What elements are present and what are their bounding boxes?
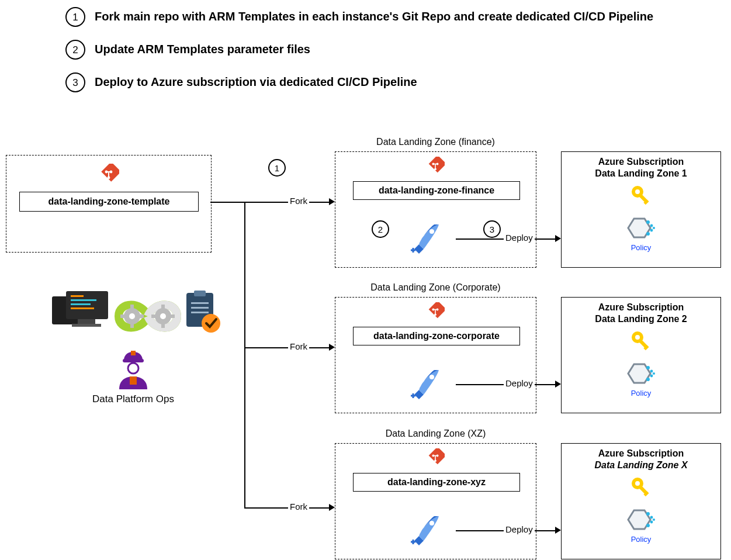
svg-rect-6	[71, 295, 84, 297]
deploy-label: Deploy	[504, 524, 535, 534]
git-icon	[426, 448, 445, 467]
fork-arrow	[244, 507, 329, 509]
key-icon	[629, 475, 653, 499]
svg-point-56	[635, 335, 640, 340]
git-icon	[426, 157, 445, 175]
ops-label: Data Platform Ops	[89, 393, 177, 405]
source-repo-box: data-landing-zone-template	[6, 155, 212, 253]
svg-point-61	[650, 370, 653, 373]
subscription-box-x: Azure Subscription Data Landing Zone X P…	[561, 443, 721, 559]
arrow-head-icon	[329, 504, 335, 511]
zone-title: Data Landing Zone (XZ)	[335, 428, 536, 439]
subscription-box-2: Azure Subscription Data Landing Zone 2 P…	[561, 297, 721, 413]
diagram-canvas: 1 Fork main repo with ARM Templates in e…	[0, 0, 731, 560]
svg-rect-21	[161, 323, 165, 328]
svg-point-63	[646, 378, 650, 381]
svg-rect-23	[151, 314, 156, 318]
svg-point-71	[635, 481, 640, 486]
svg-point-46	[650, 224, 653, 227]
svg-rect-13	[130, 305, 134, 309]
svg-rect-31	[123, 359, 144, 362]
svg-rect-14	[130, 323, 134, 328]
fork-arrow	[244, 347, 329, 348]
zone-box-corporate: Data Landing Zone (Corporate) data-landi…	[335, 297, 536, 413]
subscription-box-1: Azure Subscription Data Landing Zone 1 P…	[561, 151, 721, 268]
callout-deploy: 3	[483, 220, 501, 238]
arrow-head-icon	[329, 344, 335, 351]
svg-point-47	[650, 229, 653, 232]
svg-point-33	[128, 363, 138, 374]
svg-point-24	[160, 313, 166, 319]
svg-point-48	[646, 232, 650, 236]
svg-point-45	[646, 220, 650, 224]
svg-rect-22	[170, 314, 175, 318]
step-circle: 1	[65, 7, 85, 27]
devops-illustration-icon	[48, 289, 224, 345]
policy-icon	[627, 362, 655, 388]
svg-point-62	[650, 375, 653, 378]
svg-rect-20	[161, 305, 165, 309]
step-text: Update ARM Templates parameter files	[95, 40, 310, 57]
step-3: 3 Deploy to Azure subscription via dedic…	[65, 72, 679, 92]
fork-arrow	[244, 202, 329, 203]
arrow-head-icon	[555, 381, 561, 388]
policy-label: Policy	[562, 243, 720, 252]
svg-rect-27	[191, 302, 209, 304]
sub-line1: Azure Subscription	[562, 157, 720, 167]
sub-line2: Data Landing Zone 1	[562, 168, 720, 179]
svg-point-75	[646, 512, 650, 516]
zone-repo-name: data-landing-zone-finance	[353, 181, 520, 200]
svg-rect-29	[191, 312, 209, 313]
svg-rect-11	[72, 324, 101, 327]
svg-point-69	[429, 521, 434, 526]
step-1: 1 Fork main repo with ARM Templates in e…	[65, 7, 679, 27]
policy-label: Policy	[562, 535, 720, 544]
svg-rect-32	[131, 351, 136, 355]
svg-point-79	[653, 518, 655, 521]
deploy-label: Deploy	[504, 378, 535, 388]
fork-label: Fork	[288, 196, 309, 206]
svg-point-78	[646, 524, 650, 527]
steps-list: 1 Fork main repo with ARM Templates in e…	[65, 7, 679, 105]
sub-line1: Azure Subscription	[562, 448, 720, 459]
svg-point-54	[429, 375, 434, 379]
svg-rect-28	[191, 307, 209, 309]
arrow-head-icon	[329, 198, 335, 205]
step-text: Fork main repo with ARM Templates in eac…	[95, 7, 653, 25]
zone-box-xz: Data Landing Zone (XZ) data-landing-zone…	[335, 443, 536, 559]
git-icon	[98, 164, 119, 185]
svg-rect-34	[130, 376, 137, 385]
svg-rect-10	[78, 319, 95, 324]
step-text: Deploy to Azure subscription via dedicat…	[95, 72, 417, 90]
svg-rect-7	[71, 299, 96, 301]
svg-point-77	[650, 521, 653, 524]
git-icon	[426, 302, 445, 321]
sub-line2: Data Landing Zone 2	[562, 314, 720, 324]
callout-fork: 1	[268, 159, 286, 177]
fork-label: Fork	[288, 341, 309, 351]
svg-point-64	[653, 372, 655, 375]
step-circle: 3	[65, 72, 85, 92]
zone-title: Data Landing Zone (Corporate)	[335, 282, 536, 293]
svg-point-60	[646, 366, 650, 369]
svg-rect-16	[120, 314, 125, 318]
callout-update: 2	[372, 220, 389, 238]
pipeline-rocket-icon	[408, 367, 442, 400]
svg-rect-8	[71, 303, 91, 305]
policy-icon	[627, 508, 655, 534]
step-circle: 2	[65, 40, 85, 60]
svg-point-41	[635, 189, 640, 194]
svg-rect-9	[71, 307, 94, 309]
arrow-head-icon	[555, 235, 561, 242]
zone-repo-name: data-landing-zone-corporate	[353, 327, 520, 345]
svg-point-49	[653, 227, 655, 229]
svg-rect-26	[194, 291, 206, 296]
arrow-head-icon	[555, 527, 561, 534]
svg-point-18	[129, 313, 135, 319]
svg-point-76	[650, 516, 653, 519]
policy-icon	[627, 216, 655, 242]
ops-engineer-icon	[112, 350, 154, 392]
pipeline-rocket-icon	[408, 513, 442, 547]
fork-label: Fork	[288, 502, 309, 511]
deploy-label: Deploy	[504, 233, 535, 243]
